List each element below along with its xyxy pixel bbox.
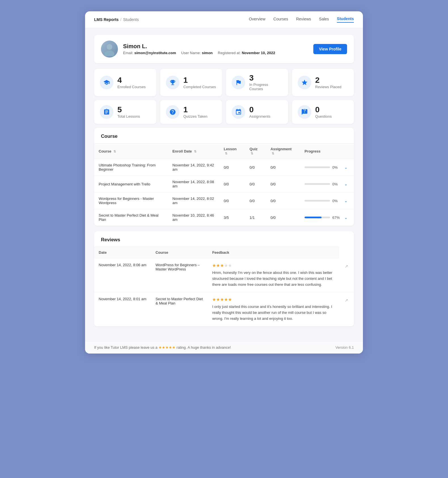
- expand-row-button[interactable]: ⌄: [343, 197, 349, 204]
- sort-course-icon: ⇅: [113, 150, 116, 153]
- review-course-name: WordPress for Beginners – Master WordPre…: [151, 258, 208, 292]
- progress-bar-bg: [305, 217, 330, 218]
- review-date: November 14, 2022, 8:01 am: [94, 292, 151, 326]
- filled-star-icon: ★: [228, 297, 232, 302]
- course-enroll-date: November 14, 2022, 8:02 am: [168, 193, 219, 209]
- col-quiz[interactable]: Quiz ⇅: [245, 143, 266, 159]
- filled-star-icon: ★: [216, 263, 220, 268]
- course-lesson: 0/0: [219, 193, 245, 209]
- col-course[interactable]: Course ⇅: [94, 143, 168, 159]
- app-container: LMS Reports / Students Overview Courses …: [85, 11, 363, 354]
- graduation-cap-icon: [100, 76, 113, 89]
- profile-name: Simon L.: [123, 43, 308, 50]
- course-quiz: 1/1: [245, 209, 266, 226]
- star-rating: ★★★★★: [212, 297, 335, 302]
- course-section: Course Course ⇅ Enroll Date ⇅ Lesson: [94, 128, 354, 226]
- stats-row-1: 4 Enrolled Courses 1 Completed Courses: [94, 69, 354, 96]
- enrolled-label: Enrolled Courses: [117, 85, 146, 89]
- expand-row-button[interactable]: ⌄: [343, 181, 349, 187]
- enrolled-count: 4: [117, 76, 146, 84]
- star-rating: ★★★★★: [212, 263, 335, 268]
- nav-sales[interactable]: Sales: [319, 17, 329, 22]
- breadcrumb-current: Students: [123, 17, 139, 22]
- course-enroll-date: November 14, 2022, 8:08 am: [168, 176, 219, 193]
- completed-count: 1: [183, 76, 216, 84]
- course-section-title: Course: [94, 128, 354, 143]
- questions-count: 0: [315, 106, 332, 114]
- sort-quiz-icon: ⇅: [251, 152, 253, 155]
- progress-bar-fill: [305, 217, 322, 218]
- profile-username: User Name: simon: [181, 51, 213, 55]
- quizzes-count: 1: [183, 106, 208, 114]
- reviews-section: Reviews Date Course Feedback November 14…: [94, 231, 354, 326]
- progress-bar-bg: [305, 200, 330, 202]
- progress-percent: 0%: [332, 199, 340, 203]
- list-item: November 14, 2022, 8:01 am Secret to Mas…: [94, 292, 354, 326]
- table-row: Ultimate Photoshop Training: From Beginn…: [94, 159, 354, 176]
- filled-star-icon: ★: [216, 297, 220, 302]
- avatar: [101, 41, 118, 58]
- course-lesson: 3/5: [219, 209, 245, 226]
- sort-lesson-icon: ⇅: [225, 152, 227, 155]
- profile-meta: Email: simon@nyinstitute.com User Name: …: [123, 51, 308, 55]
- progress-percent: 67%: [332, 215, 340, 220]
- col-lesson[interactable]: Lesson ⇅: [219, 143, 245, 159]
- question-badge-icon: [298, 105, 311, 119]
- external-link-button[interactable]: ↗︎: [344, 263, 349, 270]
- filled-star-icon: ★: [224, 297, 228, 302]
- reviews-table: Date Course Feedback November 14, 2022, …: [94, 247, 354, 326]
- main-nav: Overview Courses Reviews Sales Students: [249, 16, 354, 23]
- reviews-count: 2: [315, 76, 342, 84]
- lessons-label: Total Lessons: [117, 114, 140, 119]
- course-name: Ultimate Photoshop Training: From Beginn…: [94, 159, 168, 176]
- course-table: Course ⇅ Enroll Date ⇅ Lesson ⇅ Quiz: [94, 143, 354, 226]
- stat-reviews: 2 Reviews Placed: [292, 69, 354, 96]
- external-link-button[interactable]: ↗︎: [344, 297, 349, 304]
- footer: If you like Tutor LMS please leave us a …: [85, 341, 363, 354]
- table-row: Secret to Master Perfect Diet & Meal Pla…: [94, 209, 354, 226]
- header: LMS Reports / Students Overview Courses …: [85, 11, 363, 28]
- expand-row-button[interactable]: ⌄: [343, 164, 349, 171]
- review-text: I only just started this course and it's…: [212, 304, 335, 322]
- stats-row-2: 5 Total Lessons 1 Quizzes Taken: [94, 100, 354, 124]
- course-lesson: 0/0: [219, 176, 245, 193]
- inprogress-label: In Progress Courses: [249, 83, 282, 91]
- nav-courses[interactable]: Courses: [273, 17, 288, 22]
- sort-assignment-icon: ⇅: [272, 152, 274, 155]
- nav-overview[interactable]: Overview: [249, 17, 265, 22]
- col-review-date: Date: [94, 247, 151, 258]
- main-content: Simon L. Email: simon@nyinstitute.com Us…: [85, 28, 363, 341]
- col-review-feedback: Feedback: [208, 247, 339, 258]
- course-quiz: 0/0: [245, 159, 266, 176]
- list-item: November 14, 2022, 8:06 am WordPress for…: [94, 258, 354, 292]
- filled-star-icon: ★: [212, 297, 216, 302]
- nav-students[interactable]: Students: [337, 16, 354, 23]
- col-review-course: Course: [151, 247, 208, 258]
- app-title: LMS Reports: [94, 17, 119, 22]
- course-progress: 67% ⌄: [300, 209, 354, 226]
- review-feedback: ★★★★★ I only just started this course an…: [208, 292, 339, 326]
- expand-row-button[interactable]: ⌄: [343, 214, 349, 221]
- svg-point-1: [105, 50, 115, 56]
- stat-lessons: 5 Total Lessons: [94, 100, 156, 124]
- course-progress: 0% ⌄: [300, 193, 354, 209]
- review-feedback: ★★★★★ Hmm, honestly I'm very on the fenc…: [208, 258, 339, 292]
- course-name: Project Management with Trello: [94, 176, 168, 193]
- course-progress: 0% ⌄: [300, 159, 354, 176]
- question-circle-icon: [166, 105, 179, 119]
- nav-reviews[interactable]: Reviews: [296, 17, 311, 22]
- stat-completed-courses: 1 Completed Courses: [160, 69, 222, 96]
- course-assignment: 0/0: [266, 176, 300, 193]
- reviews-section-title: Reviews: [94, 231, 354, 247]
- assignments-count: 0: [249, 106, 270, 114]
- table-row: Project Management with Trello November …: [94, 176, 354, 193]
- col-enroll-date[interactable]: Enroll Date ⇅: [168, 143, 219, 159]
- progress-bar-bg: [305, 183, 330, 185]
- course-lesson: 0/0: [219, 159, 245, 176]
- progress-percent: 0%: [332, 165, 340, 170]
- svg-point-0: [107, 44, 112, 50]
- col-assignment[interactable]: Assignment ⇅: [266, 143, 300, 159]
- breadcrumb-separator: /: [120, 17, 121, 22]
- completed-label: Completed Courses: [183, 85, 216, 89]
- view-profile-button[interactable]: View Profile: [313, 44, 347, 54]
